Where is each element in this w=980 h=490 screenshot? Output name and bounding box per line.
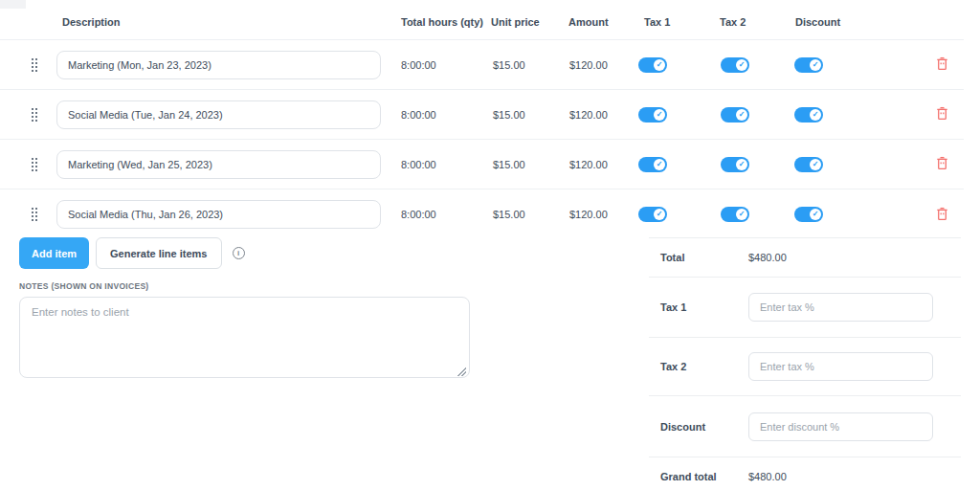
discount-toggle[interactable]: ✓ — [794, 157, 823, 172]
description-input[interactable] — [56, 150, 381, 179]
discount-toggle[interactable]: ✓ — [794, 207, 823, 222]
grand-total-label: Grand total — [649, 471, 748, 482]
hours-cell: 8:00:00 — [392, 209, 483, 220]
tax1-toggle[interactable]: ✓ — [638, 157, 667, 172]
summary-row-tax1: Tax 1 — [649, 277, 961, 337]
line-item-row: 8:00:00 $15.00 $120.00 ✓ ✓ ✓ — [0, 189, 964, 239]
unit-price-cell: $15.00 — [483, 59, 560, 71]
discount-toggle[interactable]: ✓ — [794, 107, 823, 122]
check-icon: ✓ — [736, 109, 747, 121]
unit-price-cell: $15.00 — [483, 209, 560, 220]
summary-row-grand-total: Grand total $480.00 — [649, 457, 961, 490]
check-icon: ✓ — [654, 209, 665, 220]
tax2-input[interactable] — [748, 352, 933, 381]
check-icon: ✓ — [810, 159, 821, 170]
drag-handle-icon[interactable] — [32, 108, 53, 122]
invoice-summary: Total $480.00 Tax 1 Tax 2 Discount Grand… — [649, 237, 961, 490]
header-total-hours: Total hours (qty) — [392, 16, 483, 28]
check-icon: ✓ — [654, 159, 665, 170]
header-discount: Discount — [785, 16, 900, 28]
check-icon: ✓ — [654, 59, 665, 71]
summary-row-tax2: Tax 2 — [649, 337, 961, 395]
tax1-label: Tax 1 — [649, 301, 748, 313]
line-items-table: Description Total hours (qty) Unit price… — [0, 0, 964, 239]
line-item-row: 8:00:00 $15.00 $120.00 ✓ ✓ ✓ — [0, 140, 964, 189]
notes-textarea[interactable] — [19, 297, 470, 378]
line-item-row: 8:00:00 $15.00 $120.00 ✓ ✓ ✓ — [0, 90, 964, 140]
description-input[interactable] — [56, 100, 381, 129]
summary-row-discount: Discount — [649, 395, 961, 457]
generate-line-items-button[interactable]: Generate line items — [96, 237, 222, 269]
unit-price-cell: $15.00 — [483, 159, 560, 170]
delete-row-button[interactable] — [936, 106, 948, 121]
tax2-label: Tax 2 — [649, 361, 748, 372]
check-icon: ✓ — [736, 209, 747, 220]
add-item-button[interactable]: Add item — [19, 237, 89, 269]
delete-row-button[interactable] — [936, 207, 948, 221]
amount-cell: $120.00 — [560, 59, 634, 71]
check-icon: ✓ — [810, 109, 821, 121]
notes-label: NOTES (SHOWN ON INVOICES) — [19, 281, 470, 291]
check-icon: ✓ — [654, 109, 665, 121]
drag-handle-icon[interactable] — [32, 208, 53, 221]
unit-price-cell: $15.00 — [483, 109, 560, 121]
grand-total-value: $480.00 — [748, 471, 787, 482]
table-actions: Add item Generate line items i — [19, 237, 245, 269]
amount-cell: $120.00 — [560, 109, 634, 121]
amount-cell: $120.00 — [560, 159, 634, 170]
info-icon[interactable]: i — [233, 247, 245, 259]
line-item-row: 8:00:00 $15.00 $120.00 ✓ ✓ ✓ — [0, 40, 964, 90]
trash-icon — [936, 156, 948, 170]
header-tax2: Tax 2 — [710, 16, 785, 28]
tax2-toggle[interactable]: ✓ — [721, 207, 749, 222]
description-input[interactable] — [56, 51, 381, 79]
header-description: Description — [53, 16, 392, 28]
header-unit-price: Unit price — [483, 16, 560, 28]
drag-handle-icon[interactable] — [32, 158, 53, 171]
delete-row-button[interactable] — [936, 56, 948, 71]
check-icon: ✓ — [810, 59, 821, 71]
hours-cell: 8:00:00 — [392, 109, 483, 121]
header-tax1: Tax 1 — [634, 16, 710, 28]
notes-section: NOTES (SHOWN ON INVOICES) — [19, 281, 470, 382]
check-icon: ✓ — [810, 209, 821, 220]
invoice-line-items-editor: Description Total hours (qty) Unit price… — [0, 0, 980, 490]
description-input[interactable] — [56, 200, 381, 229]
total-value: $480.00 — [748, 252, 787, 263]
tax2-toggle[interactable]: ✓ — [721, 107, 749, 122]
tax1-input[interactable] — [748, 293, 933, 322]
discount-label: Discount — [649, 421, 748, 433]
drag-handle-icon[interactable] — [32, 58, 53, 72]
trash-icon — [936, 106, 948, 121]
tax1-toggle[interactable]: ✓ — [638, 107, 667, 122]
total-label: Total — [649, 252, 748, 263]
discount-input[interactable] — [748, 412, 933, 441]
hours-cell: 8:00:00 — [392, 159, 483, 170]
tax2-toggle[interactable]: ✓ — [721, 157, 749, 172]
check-icon: ✓ — [736, 159, 747, 170]
check-icon: ✓ — [736, 59, 747, 71]
trash-icon — [936, 207, 948, 221]
tax1-toggle[interactable]: ✓ — [638, 207, 667, 222]
hours-cell: 8:00:00 — [392, 59, 483, 71]
discount-toggle[interactable]: ✓ — [794, 57, 823, 73]
tax2-toggle[interactable]: ✓ — [721, 57, 749, 73]
amount-cell: $120.00 — [560, 209, 634, 220]
header-amount: Amount — [560, 16, 634, 28]
table-header-row: Description Total hours (qty) Unit price… — [0, 0, 964, 40]
tax1-toggle[interactable]: ✓ — [638, 57, 667, 73]
trash-icon — [936, 56, 948, 71]
delete-row-button[interactable] — [936, 156, 948, 170]
summary-row-total: Total $480.00 — [649, 237, 961, 277]
